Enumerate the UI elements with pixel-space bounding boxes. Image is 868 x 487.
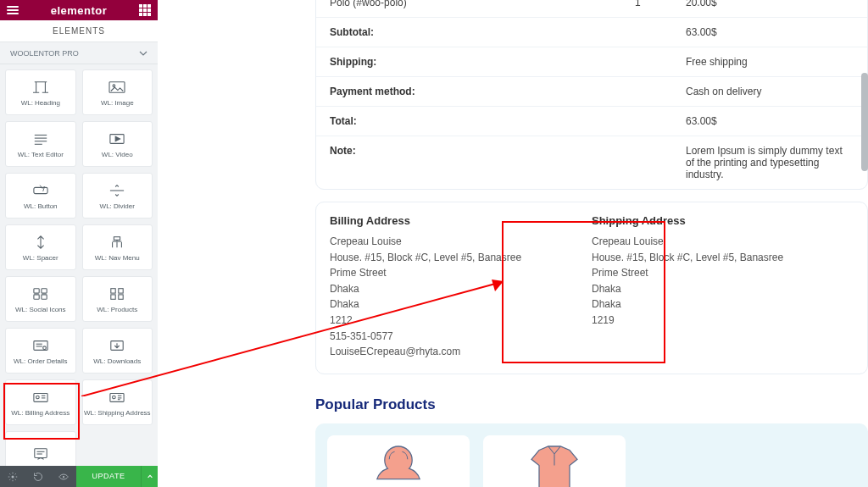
address-line: Prime Street bbox=[592, 265, 854, 281]
preview-icon[interactable] bbox=[51, 466, 76, 487]
item-amount: 20.00$ bbox=[672, 0, 867, 18]
widget-label: WL: Button bbox=[24, 202, 58, 210]
history-icon[interactable] bbox=[25, 466, 51, 487]
svg-point-33 bbox=[113, 396, 116, 399]
widget-notes[interactable] bbox=[5, 431, 76, 466]
svg-rect-37 bbox=[35, 449, 47, 458]
sidebar-header: elementor bbox=[0, 0, 158, 20]
addresses-widget: Billing Address Crepeau LouiseHouse. #15… bbox=[315, 202, 868, 374]
sidebar-footer: UPDATE bbox=[0, 466, 158, 487]
order-total-row: Payment method:Cash on delivery bbox=[316, 77, 867, 107]
svg-rect-16 bbox=[42, 288, 47, 292]
total-label: Shipping: bbox=[316, 47, 672, 77]
svg-point-1 bbox=[113, 84, 115, 86]
widget-label: WL: Order Details bbox=[14, 357, 68, 365]
address-line: LouiseECrepeau@rhyta.com bbox=[330, 344, 592, 360]
widget-label: WL: Social Icons bbox=[15, 306, 66, 313]
widget-label: WL: Billing Address bbox=[11, 409, 70, 417]
widget-navmenu[interactable]: WL: Nav Menu bbox=[82, 224, 153, 270]
address-line: Crepeau Louise bbox=[330, 234, 592, 250]
widget-divider[interactable]: WL: Divider bbox=[82, 173, 153, 219]
heading-icon bbox=[31, 79, 50, 96]
widget-label: WL: Text Editor bbox=[18, 151, 64, 158]
address-line: Prime Street bbox=[330, 265, 592, 281]
shipping-icon bbox=[108, 389, 126, 406]
popular-title: Popular Products bbox=[315, 396, 868, 413]
billing-lines: Crepeau LouiseHouse. #15, Block #C, Leve… bbox=[330, 234, 592, 360]
address-line: Dhaka bbox=[592, 281, 854, 297]
spacer-icon bbox=[31, 234, 50, 251]
order-total-row: Shipping:Free shipping bbox=[316, 47, 867, 77]
orderdetails-icon bbox=[31, 337, 50, 354]
product-card[interactable] bbox=[483, 435, 626, 487]
billing-title: Billing Address bbox=[330, 214, 592, 227]
widget-button[interactable]: WL: Button bbox=[5, 173, 76, 219]
image-icon bbox=[108, 79, 126, 96]
update-button[interactable]: UPDATE bbox=[76, 466, 141, 487]
downloads-icon bbox=[108, 337, 126, 354]
svg-rect-0 bbox=[109, 81, 125, 92]
shipping-title: Shipping Address bbox=[592, 214, 854, 227]
popular-products-section: Popular Products bbox=[315, 396, 868, 487]
address-line: Dhaka bbox=[592, 296, 854, 313]
chevron-down-icon bbox=[139, 49, 147, 58]
svg-point-26 bbox=[42, 346, 46, 349]
page-preview: Long Sleeve Tee (#woo-long-sleeve-tee)12… bbox=[158, 0, 868, 487]
widget-shipping[interactable]: WL: Shipping Address bbox=[82, 379, 153, 425]
svg-rect-17 bbox=[34, 294, 39, 298]
total-label: Subtotal: bbox=[316, 18, 672, 47]
svg-rect-15 bbox=[34, 288, 39, 292]
notes-icon bbox=[31, 445, 50, 462]
widget-label: WL: Downloads bbox=[93, 357, 141, 365]
svg-point-41 bbox=[63, 475, 64, 477]
widget-products[interactable]: WL: Products bbox=[82, 276, 153, 322]
widgets-grid: WL: HeadingWL: ImageWL: Text EditorWL: V… bbox=[0, 64, 158, 466]
product-card[interactable] bbox=[327, 435, 470, 487]
settings-icon[interactable] bbox=[0, 466, 25, 487]
video-icon bbox=[108, 130, 126, 147]
widget-image[interactable]: WL: Image bbox=[82, 69, 153, 115]
update-caret-icon[interactable] bbox=[141, 466, 158, 487]
total-value: 63.00$ bbox=[672, 107, 867, 136]
total-label: Payment method: bbox=[316, 77, 672, 107]
widget-spacer[interactable]: WL: Spacer bbox=[5, 224, 76, 270]
address-line: House. #15, Block #C, Level #5, Banasree bbox=[330, 250, 592, 266]
elementor-sidebar: elementor ELEMENTS WOOLENTOR PRO WL: Hea… bbox=[0, 0, 158, 487]
apps-icon[interactable] bbox=[139, 4, 151, 16]
widget-orderdetails[interactable]: WL: Order Details bbox=[5, 328, 76, 374]
order-item-row: Polo (#woo-polo)120.00$ bbox=[316, 0, 867, 18]
svg-point-40 bbox=[12, 475, 14, 478]
widget-label: WL: Products bbox=[97, 306, 137, 313]
shipping-lines: Crepeau LouiseHouse. #15, Block #C, Leve… bbox=[592, 234, 854, 329]
widget-label: WL: Video bbox=[102, 151, 133, 158]
svg-rect-7 bbox=[34, 187, 47, 193]
svg-rect-9 bbox=[114, 236, 120, 240]
address-line: House. #15, Block #C, Level #5, Banasree bbox=[592, 250, 854, 266]
sidebar-tab-elements[interactable]: ELEMENTS bbox=[0, 20, 158, 42]
menu-icon[interactable] bbox=[7, 6, 19, 14]
widget-heading[interactable]: WL: Heading bbox=[5, 69, 76, 115]
address-line: 1212 bbox=[330, 313, 592, 329]
section-label: WOOLENTOR PRO bbox=[10, 49, 79, 58]
order-total-row: Note:Lorem Ipsum is simply dummy text of… bbox=[316, 136, 867, 190]
scrollbar[interactable] bbox=[861, 73, 868, 171]
shipping-address-column: Shipping Address Crepeau LouiseHouse. #1… bbox=[592, 214, 854, 360]
svg-point-29 bbox=[36, 396, 39, 399]
divider-icon bbox=[108, 182, 126, 199]
widget-downloads[interactable]: WL: Downloads bbox=[82, 328, 153, 374]
svg-rect-18 bbox=[42, 294, 47, 298]
button-icon bbox=[31, 182, 50, 199]
widget-social[interactable]: WL: Social Icons bbox=[5, 276, 76, 322]
svg-rect-21 bbox=[111, 294, 115, 298]
widget-video[interactable]: WL: Video bbox=[82, 121, 153, 167]
address-line: 1219 bbox=[592, 313, 854, 329]
item-name: Polo (#woo-polo) bbox=[316, 0, 621, 18]
address-line: Dhaka bbox=[330, 296, 592, 313]
widget-label: WL: Spacer bbox=[23, 254, 58, 262]
products-icon bbox=[108, 285, 126, 302]
widget-text[interactable]: WL: Text Editor bbox=[5, 121, 76, 167]
widget-billing[interactable]: WL: Billing Address bbox=[5, 379, 76, 425]
svg-rect-20 bbox=[119, 288, 123, 292]
section-woolentor-pro[interactable]: WOOLENTOR PRO bbox=[0, 42, 158, 64]
total-label: Total: bbox=[316, 107, 672, 136]
